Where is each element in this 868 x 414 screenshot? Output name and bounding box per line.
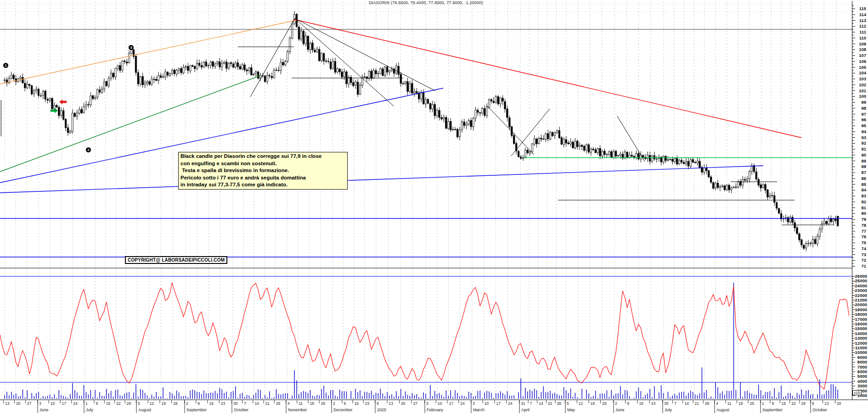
svg-text:9: 9 xyxy=(344,401,346,406)
svg-text:7: 7 xyxy=(674,401,676,406)
svg-text:103: 103 xyxy=(859,76,866,81)
chart-window: 7172737475767778798081828384858687888990… xyxy=(0,0,868,414)
svg-text:22: 22 xyxy=(791,401,796,406)
svg-text:87: 87 xyxy=(861,170,866,175)
svg-text:4: 4 xyxy=(287,401,290,406)
svg-text:23: 23 xyxy=(221,401,225,406)
svg-text:18000: 18000 xyxy=(855,312,867,317)
svg-text:1: 1 xyxy=(85,401,88,406)
svg-text:28: 28 xyxy=(557,401,561,406)
svg-text:22: 22 xyxy=(548,401,552,406)
wedge-down xyxy=(487,106,534,155)
svg-text:5: 5 xyxy=(138,401,140,406)
svg-text:74: 74 xyxy=(861,246,866,251)
svg-text:20: 20 xyxy=(401,401,406,406)
svg-text:27: 27 xyxy=(27,401,32,406)
annotation-line: Testa e spalla di brevissimo in formazio… xyxy=(180,167,345,174)
svg-text:2025: 2025 xyxy=(377,408,386,412)
svg-text:14: 14 xyxy=(539,401,543,406)
annotation-line: Pericolo sotto i 77 euro e andrà seguita… xyxy=(180,174,345,182)
svg-text:16: 16 xyxy=(355,401,359,406)
svg-text:71: 71 xyxy=(861,263,866,269)
svg-text:23: 23 xyxy=(651,401,656,406)
svg-text:29: 29 xyxy=(127,401,131,406)
svg-text:March: March xyxy=(473,408,485,412)
svg-text:1: 1 xyxy=(762,401,764,406)
annotation-line: con engulfing e scambi non sostenuti. xyxy=(180,160,345,168)
wave-marker-2: 2 xyxy=(86,147,91,152)
svg-text:102: 102 xyxy=(859,82,866,87)
svg-text:April: April xyxy=(521,408,530,412)
svg-text:13000: 13000 xyxy=(855,336,867,341)
svg-text:81: 81 xyxy=(861,205,866,210)
svg-text:October: October xyxy=(234,408,248,412)
svg-text:9: 9 xyxy=(627,401,629,406)
svg-text:21: 21 xyxy=(265,401,270,406)
svg-text:16000: 16000 xyxy=(855,321,867,326)
svg-text:3: 3 xyxy=(39,401,41,406)
svg-text:111: 111 xyxy=(859,29,867,34)
svg-text:17: 17 xyxy=(496,401,501,406)
svg-text:July: July xyxy=(86,408,94,412)
svg-text:7: 7 xyxy=(530,401,532,406)
svg-text:6: 6 xyxy=(812,401,814,406)
svg-text:20: 20 xyxy=(837,401,841,406)
svg-text:82: 82 xyxy=(861,199,866,204)
volume-indicator-line xyxy=(0,283,849,389)
svg-text:73: 73 xyxy=(861,252,866,257)
svg-text:95: 95 xyxy=(861,123,866,128)
svg-text:16: 16 xyxy=(209,401,214,406)
svg-text:31: 31 xyxy=(521,401,525,406)
svg-text:4: 4 xyxy=(716,401,718,406)
svg-text:75: 75 xyxy=(861,240,866,245)
svg-text:109: 109 xyxy=(859,41,866,46)
svg-text:101: 101 xyxy=(859,88,867,93)
svg-text:21: 21 xyxy=(695,401,699,406)
svg-text:29: 29 xyxy=(801,401,806,406)
svg-text:September: September xyxy=(762,408,783,412)
svg-text:85: 85 xyxy=(861,182,866,187)
svg-text:110: 110 xyxy=(859,35,866,40)
svg-text:24: 24 xyxy=(73,401,78,406)
annotation-line: Black candle per Diasorin che corregge s… xyxy=(180,153,345,160)
svg-text:3000: 3000 xyxy=(857,383,867,388)
svg-text:19: 19 xyxy=(591,401,595,406)
svg-text:13: 13 xyxy=(389,401,394,406)
copyright-label: COPYRIGHT@ LABORSADEIPICCOLI.COM xyxy=(125,256,227,264)
svg-text:104: 104 xyxy=(859,70,867,75)
svg-text:25: 25 xyxy=(321,401,326,406)
svg-text:8: 8 xyxy=(772,401,774,406)
svg-text:23000: 23000 xyxy=(855,288,867,293)
svg-text:107: 107 xyxy=(859,53,866,58)
analyst-annotation-box: Black candle per Diasorin che corregge s… xyxy=(178,152,348,190)
svg-text:9000: 9000 xyxy=(857,355,867,360)
svg-text:15000: 15000 xyxy=(855,326,867,331)
svg-text:9: 9 xyxy=(197,401,200,406)
svg-text:November: November xyxy=(288,408,307,412)
svg-text:17: 17 xyxy=(449,401,454,406)
svg-text:12: 12 xyxy=(150,401,154,406)
svg-text:June: June xyxy=(39,408,49,412)
svg-text:12000: 12000 xyxy=(855,341,867,346)
svg-text:115: 115 xyxy=(859,6,867,11)
svg-text:11000: 11000 xyxy=(855,345,867,350)
svg-text:80: 80 xyxy=(861,211,866,216)
svg-text:113: 113 xyxy=(859,18,866,23)
svg-text:89: 89 xyxy=(861,158,866,163)
svg-text:19000: 19000 xyxy=(855,307,867,312)
svg-text:26: 26 xyxy=(173,401,178,406)
svg-text:88: 88 xyxy=(861,164,866,169)
svg-text:12: 12 xyxy=(579,401,583,406)
svg-text:7: 7 xyxy=(244,401,246,406)
svg-text:6000: 6000 xyxy=(857,369,867,374)
svg-text:22000: 22000 xyxy=(855,293,867,298)
svg-text:78: 78 xyxy=(861,223,866,228)
fan-line-1 xyxy=(295,18,394,106)
svg-text:8000: 8000 xyxy=(857,359,867,364)
svg-text:98: 98 xyxy=(861,106,866,111)
svg-text:24000: 24000 xyxy=(855,283,867,288)
svg-text:10: 10 xyxy=(51,401,55,406)
svg-text:106: 106 xyxy=(859,59,866,64)
svg-text:December: December xyxy=(333,408,353,412)
svg-text:96: 96 xyxy=(861,117,866,122)
